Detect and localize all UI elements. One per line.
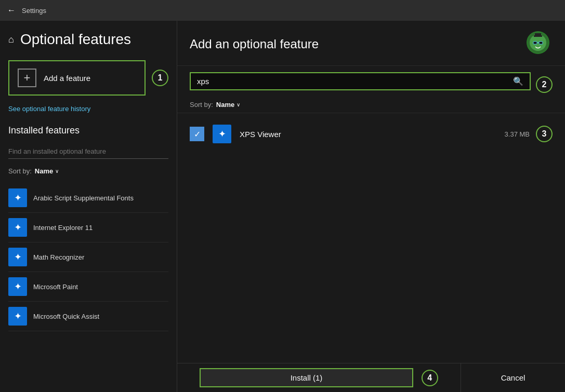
search-bar-wrapper: 🔍: [190, 72, 531, 90]
home-icon: ⌂: [8, 34, 14, 45]
step-3-indicator: 3: [536, 126, 553, 142]
feature-name: Microsoft Paint: [33, 283, 78, 291]
right-panel-title: Add an optional feature: [190, 37, 319, 51]
search-feature-input[interactable]: [197, 77, 513, 86]
feature-name: Math Recognizer: [33, 253, 84, 261]
feature-row: ✓ ✦ XPS Viewer 3.37 MB 3: [190, 119, 553, 148]
installed-features-title: Installed features: [8, 125, 168, 136]
xps-viewer-name: XPS Viewer: [240, 130, 496, 139]
mascot: [527, 31, 553, 57]
title-bar-text: Settings: [22, 7, 46, 15]
right-feature-item: ✓ ✦ XPS Viewer 3.37 MB: [190, 119, 530, 148]
step-2-indicator: 2: [536, 76, 553, 93]
bottom-bar: Install (1) 4 Cancel: [177, 363, 565, 392]
search-icon: 🔍: [513, 76, 523, 86]
right-sort-row: Sort by: Name ∨: [177, 97, 565, 113]
step-1-indicator: 1: [152, 70, 168, 86]
title-bar: ← Settings: [0, 0, 565, 21]
xps-viewer-icon: ✦: [213, 125, 231, 143]
svg-rect-5: [539, 42, 543, 44]
feature-icon: ✦: [8, 218, 27, 237]
list-item: ✦ Math Recognizer: [8, 242, 168, 272]
mascot-svg: [527, 31, 549, 54]
add-feature-label: Add a feature: [44, 74, 90, 83]
installed-sort-name[interactable]: Name ∨: [35, 167, 59, 175]
add-feature-button[interactable]: + Add a feature: [8, 60, 146, 96]
mascot-head: [527, 31, 549, 54]
feature-name: Arabic Script Supplemental Fonts: [33, 194, 134, 202]
feature-name: Internet Explorer 11: [33, 224, 93, 232]
xps-viewer-size: 3.37 MB: [505, 130, 530, 138]
installed-sort-row: Sort by: Name ∨: [8, 167, 168, 175]
right-feature-list: ✓ ✦ XPS Viewer 3.37 MB 3: [177, 115, 565, 363]
xps-viewer-checkbox[interactable]: ✓: [190, 127, 204, 141]
feature-name: Microsoft Quick Assist: [33, 313, 99, 320]
list-item: ✦ Microsoft Paint: [8, 272, 168, 302]
feature-icon: ✦: [8, 277, 27, 296]
right-panel: Add an optional feature: [177, 21, 565, 392]
cancel-label: Cancel: [501, 373, 525, 382]
feature-icon: ✦: [8, 188, 27, 207]
list-item: ✦ Internet Explorer 11: [8, 213, 168, 242]
step-4-indicator: 4: [422, 370, 438, 386]
installed-features-list: ✦ Arabic Script Supplemental Fonts ✦ Int…: [8, 183, 168, 331]
feature-icon: ✦: [8, 307, 27, 326]
list-item: ✦ Arabic Script Supplemental Fonts: [8, 183, 168, 213]
see-history-link[interactable]: See optional feature history: [8, 105, 90, 113]
optional-features-title: Optional features: [20, 31, 131, 48]
right-sort-name[interactable]: Name ∨: [216, 101, 240, 109]
svg-rect-3: [535, 33, 541, 36]
install-button-wrapper: Install (1) 4: [177, 363, 461, 392]
search-container: 🔍 2: [177, 66, 565, 97]
left-header: ⌂ Optional features: [8, 31, 168, 48]
cancel-button[interactable]: Cancel: [461, 373, 565, 382]
feature-icon: ✦: [8, 248, 27, 266]
main-layout: ⌂ Optional features + Add a feature 1 Se…: [0, 21, 565, 392]
back-button[interactable]: ←: [6, 5, 17, 16]
search-installed-input[interactable]: [8, 144, 168, 159]
svg-rect-4: [533, 42, 537, 44]
left-panel: ⌂ Optional features + Add a feature 1 Se…: [0, 21, 177, 392]
plus-icon: +: [18, 69, 36, 87]
right-panel-content: 🔍 2 Sort by: Name ∨ ✓: [177, 66, 565, 363]
install-button[interactable]: Install (1): [200, 368, 413, 387]
right-panel-header: Add an optional feature: [177, 21, 565, 66]
list-item: ✦ Microsoft Quick Assist: [8, 302, 168, 331]
